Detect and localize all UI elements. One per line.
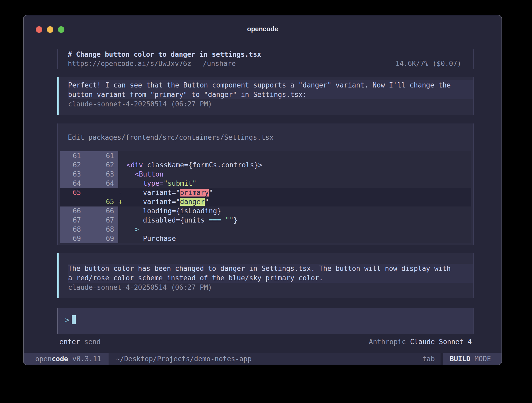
diff-code-line: + variant="danger" (118, 197, 471, 206)
app-name-code: code (52, 355, 68, 363)
app-name-open: open (35, 355, 52, 363)
diff-row: 6161 (60, 151, 471, 161)
tab-hint: tab (422, 353, 435, 365)
unshare-command: /unshare (203, 60, 236, 68)
diff-old-lineno: 66 (60, 206, 84, 216)
message-line: a red/rose color scheme instead of the b… (68, 273, 473, 283)
diff-code-line: disabled={units === ""} (118, 216, 471, 225)
session-title: # Change button color to danger in setti… (68, 50, 473, 59)
diff-old-lineno: 65 (60, 188, 84, 197)
model-provider: Anthropic (369, 338, 406, 346)
edit-tool-card: Edit packages/frontend/src/containers/Se… (57, 123, 474, 245)
assistant-message-1: Perfect! I can see that the Button compo… (57, 77, 474, 115)
diff-code-line (118, 151, 471, 161)
diff-old-lineno: 61 (60, 151, 84, 161)
diff-code-line: type="submit" (118, 179, 471, 188)
mode-mode-label: MODE (474, 355, 491, 363)
context-stats: 14.6K/7% ($0.07) (396, 59, 461, 68)
hint-enter-key: enter (59, 338, 80, 346)
diff-row: 6666 loading={isLoading} (60, 206, 471, 216)
mode-build-label: BUILD (450, 355, 470, 363)
diff-new-lineno: 61 (84, 151, 118, 161)
diff-code-line: <div className={formCs.controls}> (118, 161, 471, 170)
diff-old-lineno: 67 (60, 216, 84, 225)
diff-code-line: Purchase (118, 234, 471, 243)
diff-old-lineno: 68 (60, 225, 84, 234)
diff-row: 6868 > (60, 225, 471, 234)
diff-row: 65- variant="primary" (60, 188, 471, 197)
share-url: https://opencode.ai/s/UwJxv76z (68, 60, 191, 68)
diff-row: 6969 Purchase (60, 234, 471, 243)
message-paragraph: The button color has been changed to dan… (68, 264, 473, 283)
diff-row: 6363 <Button (60, 170, 471, 179)
diff-row: 6767 disabled={units === ""} (60, 216, 471, 225)
diff-old-lineno: 63 (60, 170, 84, 179)
diff-row: 6262 <div className={formCs.controls}> (60, 161, 471, 170)
diff-new-lineno: 64 (84, 179, 118, 188)
message-meta: claude-sonnet-4-20250514 (06:27 PM) (68, 283, 473, 292)
message-line: button variant from "primary" to "danger… (68, 90, 473, 99)
share-header: # Change button color to danger in setti… (57, 49, 474, 69)
diff-new-lineno: 69 (84, 234, 118, 243)
diff-old-lineno: 62 (60, 161, 84, 170)
status-bar: opencodev0.3.11 ~/Desktop/Projects/demo-… (24, 353, 502, 365)
opencode-window: opencode # Change button color to danger… (23, 15, 502, 365)
diff-row: 6464 type="submit" (60, 179, 471, 188)
app-version-segment: opencodev0.3.11 (24, 353, 109, 365)
edit-tool-title: Edit packages/frontend/src/containers/Se… (68, 133, 473, 142)
message-paragraph: Perfect! I can see that the Button compo… (68, 80, 473, 99)
diff-new-lineno (84, 188, 118, 197)
window-title: opencode (24, 25, 502, 33)
message-line: The button color has been changed to dan… (68, 264, 473, 273)
diff-new-lineno: 63 (84, 170, 118, 179)
hint-send-label: send (84, 338, 101, 346)
diff-old-lineno (60, 197, 84, 206)
diff-old-lineno: 64 (60, 179, 84, 188)
diff-new-lineno: 65 (84, 197, 118, 206)
diff-new-lineno: 62 (84, 161, 118, 170)
diff-view: 61616262 <div className={formCs.controls… (60, 151, 471, 243)
build-mode-badge: BUILDMODE (443, 353, 502, 365)
diff-row: 65+ variant="danger" (60, 197, 471, 206)
prompt-input[interactable]: > (57, 308, 474, 334)
text-cursor (72, 315, 76, 324)
diff-code-line: > (118, 225, 471, 234)
model-name: Claude Sonnet 4 (410, 338, 472, 346)
message-line: Perfect! I can see that the Button compo… (68, 80, 473, 90)
message-meta: claude-sonnet-4-20250514 (06:27 PM) (68, 99, 473, 109)
diff-code-line: - variant="primary" (118, 188, 471, 197)
share-url-group: https://opencode.ai/s/UwJxv76z/unshare (68, 59, 236, 68)
assistant-message-2: The button color has been changed to dan… (57, 253, 474, 298)
hints-row: entersend AnthropicClaude Sonnet 4 (57, 337, 474, 347)
app-version: v0.3.11 (72, 355, 101, 363)
cwd-path: ~/Desktop/Projects/demo-notes-app (116, 353, 252, 365)
diff-code-line: <Button (118, 170, 471, 179)
prompt-caret: > (65, 316, 69, 324)
status-bar-divider (441, 353, 443, 365)
diff-new-lineno: 68 (84, 225, 118, 234)
diff-code-line: loading={isLoading} (118, 206, 471, 216)
diff-new-lineno: 67 (84, 216, 118, 225)
diff-old-lineno: 69 (60, 234, 84, 243)
diff-new-lineno: 66 (84, 206, 118, 216)
